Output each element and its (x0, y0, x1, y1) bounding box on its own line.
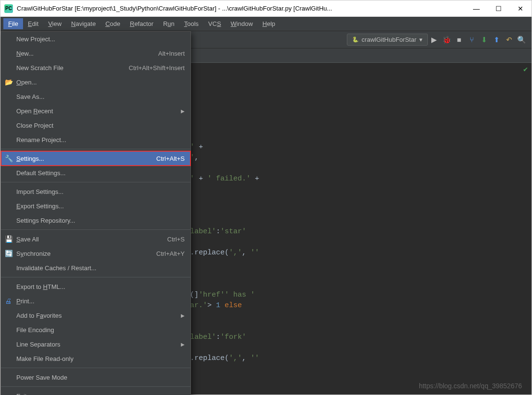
menu-item-export-settings[interactable]: Export Settings... (1, 199, 190, 213)
menu-item-label: New... (16, 50, 34, 57)
menu-shortcut: Ctrl+Alt+Shift+Insert (129, 64, 185, 72)
menu-navigate[interactable]: Navigate (66, 18, 100, 29)
run-config-selector[interactable]: 🐍 crawlGitHubForStar ▾ (347, 34, 428, 46)
menu-item-label: Print... (16, 298, 35, 305)
vcs-commit-icon[interactable]: ⬆ (490, 34, 503, 46)
menu-refactor[interactable]: Refactor (125, 18, 158, 29)
close-button[interactable]: ✕ (509, 0, 532, 17)
window-controls: — ☐ ✕ (465, 0, 532, 17)
app-icon: PC (4, 4, 13, 13)
menu-item-new[interactable]: New...Alt+Insert (1, 46, 190, 60)
menu-item-settings-repository[interactable]: Settings Repository... (1, 213, 190, 227)
menu-tools[interactable]: Tools (179, 18, 203, 29)
debug-button[interactable]: 🐞 (440, 34, 453, 46)
sync-icon: 🔄 (5, 250, 13, 257)
undo-icon[interactable]: ↶ (503, 34, 515, 46)
menu-view[interactable]: View (43, 18, 66, 29)
menu-edit[interactable]: Edit (23, 18, 43, 29)
run-button[interactable]: ▶ (428, 34, 440, 46)
menu-item-settings[interactable]: 🔧Settings...Ctrl+Alt+S (1, 151, 190, 166)
menu-item-label: Open... (16, 79, 37, 86)
menu-item-open[interactable]: 📂Open... (1, 75, 190, 89)
menu-item-label: Settings Repository... (16, 217, 75, 224)
watermark: https://blog.csdn.net/qq_39852676 (419, 382, 522, 390)
stop-button[interactable]: ■ (453, 34, 465, 46)
menu-item-close-project[interactable]: Close Project (1, 118, 190, 132)
menu-separator (1, 277, 190, 277)
vcs-branch-icon[interactable]: ⑂ (465, 34, 478, 46)
menu-vcs[interactable]: VCS (203, 18, 226, 29)
menu-item-import-settings[interactable]: Import Settings... (1, 184, 190, 199)
inspection-ok-icon: ✔ (523, 65, 528, 74)
menu-item-new-scratch-file[interactable]: New Scratch FileCtrl+Alt+Shift+Insert (1, 60, 190, 75)
menu-item-file-encoding[interactable]: File Encoding (1, 323, 190, 337)
vcs-update-icon[interactable]: ⬇ (478, 34, 490, 46)
menu-item-label: Line Separators (16, 341, 60, 348)
menu-separator (1, 182, 190, 182)
menu-item-synchronize[interactable]: 🔄SynchronizeCtrl+Alt+Y (1, 246, 190, 261)
menu-item-label: Settings... (16, 155, 44, 162)
menu-item-label: Export Settings... (16, 203, 64, 210)
ide-body: FileEditViewNavigateCodeRefactorRunTools… (0, 17, 532, 395)
menu-item-label: New Project... (16, 36, 55, 43)
menu-item-label: New Scratch File (16, 64, 63, 72)
menu-run[interactable]: Run (158, 18, 179, 29)
menu-item-open-recent[interactable]: Open Recent▶ (1, 104, 190, 118)
menu-item-label: Import Settings... (16, 188, 63, 195)
ide-window: PC CrawlGitHubForStar [E:\myproject\1_St… (0, 0, 532, 395)
print-icon: 🖨 (5, 297, 12, 305)
menu-item-invalidate-caches-restart[interactable]: Invalidate Caches / Restart... (1, 261, 190, 275)
menu-item-label: Close Project (16, 122, 53, 129)
menu-file[interactable]: File (3, 18, 23, 29)
menu-item-label: Save All (16, 236, 39, 243)
menu-item-line-separators[interactable]: Line Separators▶ (1, 337, 190, 351)
menu-window[interactable]: Window (226, 18, 258, 29)
submenu-arrow-icon: ▶ (181, 313, 185, 318)
menu-item-exit[interactable]: Exit (1, 389, 190, 395)
menu-separator (1, 368, 190, 368)
menu-item-default-settings[interactable]: Default Settings... (1, 166, 190, 180)
menu-item-label: Rename Project... (16, 136, 66, 144)
menu-shortcut: Ctrl+Alt+Y (156, 250, 185, 257)
file-menu-dropdown: New Project...New...Alt+InsertNew Scratc… (0, 31, 191, 395)
menubar: FileEditViewNavigateCodeRefactorRunTools… (0, 17, 532, 31)
menu-item-save-as[interactable]: Save As... (1, 89, 190, 104)
menu-item-new-project[interactable]: New Project... (1, 32, 190, 46)
menu-item-label: Open Recent (16, 108, 53, 115)
menu-item-label: Add to Favorites (16, 312, 62, 319)
menu-item-power-save-mode[interactable]: Power Save Mode (1, 370, 190, 384)
menu-help[interactable]: Help (258, 18, 280, 29)
menu-item-add-to-favorites[interactable]: Add to Favorites▶ (1, 308, 190, 323)
menu-code[interactable]: Code (101, 18, 125, 29)
menu-separator (1, 229, 190, 230)
save-icon: 💾 (5, 235, 13, 243)
menu-item-label: Default Settings... (16, 169, 66, 177)
python-icon: 🐍 (352, 36, 359, 43)
open-icon: 📂 (5, 78, 13, 86)
menu-item-rename-project[interactable]: Rename Project... (1, 132, 190, 147)
menu-shortcut: Alt+Insert (158, 50, 185, 57)
menu-separator (1, 149, 190, 149)
menu-item-export-to-html[interactable]: Export to HTML... (1, 279, 190, 294)
menu-item-label: File Encoding (16, 326, 54, 334)
menu-item-print[interactable]: 🖨Print... (1, 294, 190, 308)
menu-item-label: Export to HTML... (16, 283, 65, 290)
menu-shortcut: Ctrl+S (167, 236, 185, 243)
menu-shortcut: Ctrl+Alt+S (156, 155, 185, 162)
search-icon[interactable]: 🔍 (515, 34, 528, 46)
menu-item-label: Invalidate Caches / Restart... (16, 264, 96, 272)
menu-item-label: Make File Read-only (16, 355, 73, 362)
titlebar: PC CrawlGitHubForStar [E:\myproject\1_St… (0, 0, 532, 17)
window-title: CrawlGitHubForStar [E:\myproject\1_Study… (17, 5, 465, 12)
menu-separator (1, 386, 190, 387)
submenu-arrow-icon: ▶ (181, 342, 185, 347)
menu-item-save-all[interactable]: 💾Save AllCtrl+S (1, 232, 190, 246)
menu-item-label: Exit (16, 393, 27, 395)
menu-item-label: Save As... (16, 93, 45, 100)
maximize-button[interactable]: ☐ (487, 0, 509, 17)
minimize-button[interactable]: — (465, 0, 487, 17)
run-config-name: crawlGitHubForStar (362, 36, 416, 43)
menu-item-make-file-read-only[interactable]: Make File Read-only (1, 351, 190, 366)
submenu-arrow-icon: ▶ (181, 108, 185, 114)
settings-icon: 🔧 (5, 155, 13, 162)
